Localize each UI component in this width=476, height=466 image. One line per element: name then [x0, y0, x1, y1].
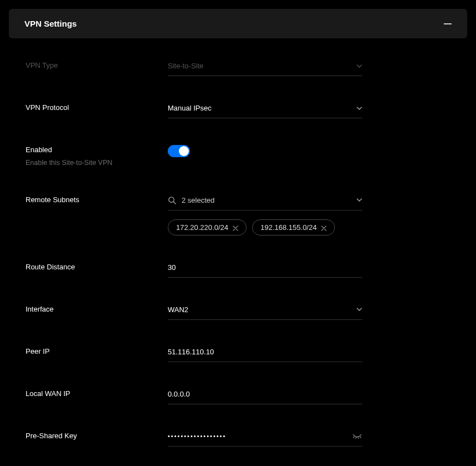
enabled-label: Enabled — [26, 145, 168, 155]
interface-label: Interface — [26, 304, 168, 314]
interface-value: WAN2 — [168, 305, 188, 314]
svg-line-3 — [356, 437, 357, 438]
local-wan-ip-field[interactable] — [168, 389, 362, 404]
vpn-protocol-label: VPN Protocol — [26, 103, 168, 113]
panel-title: VPN Settings — [24, 19, 77, 28]
vpn-type-select[interactable]: Site-to-Site — [168, 61, 362, 76]
close-icon[interactable] — [321, 224, 327, 230]
local-wan-ip-input[interactable] — [168, 390, 362, 398]
svg-line-2 — [353, 437, 354, 438]
chip-label: 192.168.155.0/24 — [260, 223, 317, 232]
svg-line-4 — [358, 437, 359, 438]
remote-subnet-chip[interactable]: 172.20.220.0/24 — [168, 219, 247, 235]
vpn-settings-form: VPN Type Site-to-Site VPN Protocol Manua… — [9, 61, 467, 466]
enabled-sublabel: Enable this Site-to-Site VPN — [26, 158, 168, 168]
chevron-down-icon — [357, 64, 362, 68]
vpn-type-label: VPN Type — [26, 61, 168, 71]
route-distance-field[interactable] — [168, 262, 362, 278]
peer-ip-field[interactable] — [168, 347, 362, 362]
route-distance-label: Route Distance — [26, 262, 168, 272]
search-icon — [168, 196, 176, 204]
panel-header[interactable]: VPN Settings — [9, 9, 467, 38]
route-distance-input[interactable] — [168, 263, 362, 272]
remote-subnets-search[interactable]: 2 selected — [168, 195, 362, 211]
vpn-type-value: Site-to-Site — [168, 62, 203, 70]
peer-ip-label: Peer IP — [26, 347, 168, 357]
chevron-down-icon — [357, 107, 362, 110]
remote-subnet-chip[interactable]: 192.168.155.0/24 — [252, 219, 335, 235]
vpn-protocol-value: Manual IPsec — [168, 104, 212, 112]
remote-subnets-chips: 172.20.220.0/24 192.168.155.0/24 — [168, 219, 362, 235]
vpn-protocol-select[interactable]: Manual IPsec — [168, 103, 362, 118]
chevron-down-icon — [357, 198, 362, 202]
close-icon[interactable] — [233, 224, 238, 230]
enabled-toggle[interactable] — [168, 145, 190, 157]
eye-hidden-icon[interactable] — [352, 433, 362, 439]
peer-ip-input[interactable] — [168, 348, 362, 356]
local-wan-ip-label: Local WAN IP — [26, 389, 168, 399]
psk-label: Pre-Shared Key — [26, 431, 168, 441]
remote-subnets-label: Remote Subnets — [26, 195, 168, 205]
svg-line-1 — [173, 202, 176, 204]
chevron-down-icon — [357, 308, 362, 311]
psk-field[interactable]: •••••••••••••••••• — [168, 431, 362, 447]
collapse-icon[interactable] — [444, 23, 452, 24]
toggle-knob — [179, 146, 189, 156]
svg-point-0 — [169, 197, 174, 202]
svg-line-5 — [360, 437, 360, 438]
remote-subnets-summary: 2 selected — [182, 196, 214, 204]
interface-select[interactable]: WAN2 — [168, 304, 362, 320]
psk-masked-value: •••••••••••••••••• — [168, 433, 226, 439]
chip-label: 172.20.220.0/24 — [176, 223, 228, 232]
